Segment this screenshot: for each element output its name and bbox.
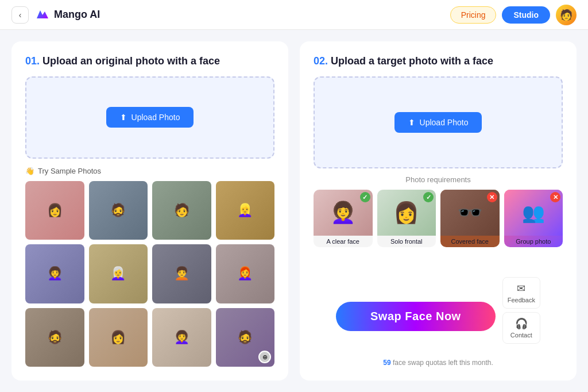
header: ‹ Mango AI Pricing Studio 🧑 <box>0 0 588 30</box>
panel2-title: 02. Upload a target photo with a face <box>314 55 563 67</box>
sample-face-2: 🧔 <box>89 181 148 240</box>
panel-upload-target: 02. Upload a target photo with a face ⬆ … <box>300 41 577 381</box>
req-group-photo: 👥 ✕ Group photo <box>504 190 563 247</box>
pricing-button[interactable]: Pricing <box>450 6 497 24</box>
main-content: 01. Upload an original photo with a face… <box>0 30 588 392</box>
sample-photo-4[interactable]: 👱‍♀️ <box>216 181 275 240</box>
sample-photo-11[interactable]: 👩‍🦱 <box>152 308 211 367</box>
upload-label-2: Upload Photo <box>420 118 469 127</box>
panel1-title-text: Upload an original photo with a face <box>42 55 220 67</box>
sample-photo-1[interactable]: 👩 <box>25 181 84 240</box>
side-actions: ✉ Feedback 🎧 Contact <box>502 277 540 355</box>
feedback-icon: ✉ <box>517 282 525 295</box>
sample-photo-grid: 👩 🧔 🧑 👱‍♀️ 👩‍🦱 👩‍🦳 🧑‍🦱 👩‍🦰 <box>25 181 274 367</box>
no-badge-2: ✕ <box>550 192 560 202</box>
ok-badge-2: ✓ <box>423 192 434 202</box>
swap-area: Swap Face Now ✉ Feedback 🎧 Contact 59 fa… <box>314 277 563 367</box>
header-left: ‹ Mango AI <box>11 6 100 24</box>
logo: Mango AI <box>34 6 100 24</box>
upload-photo-button-2[interactable]: ⬆ Upload Photo <box>394 112 482 133</box>
panel1-title: 01. Upload an original photo with a face <box>25 55 274 67</box>
sample-photo-9[interactable]: 🧔 <box>25 308 84 367</box>
no-badge-1: ✕ <box>487 192 497 202</box>
contact-icon: 🎧 <box>515 317 528 330</box>
sample-face-5: 👩‍🦱 <box>25 244 84 303</box>
sample-face-11: 👩‍🦱 <box>152 308 211 367</box>
panel1-num: 01. <box>25 55 40 67</box>
face-icon-4: 👥 <box>522 202 545 224</box>
req-photo-2: 👩 ✓ <box>377 190 436 236</box>
quota-info: 59 face swap quotas left this month. <box>383 359 493 367</box>
sample-emoji: 👋 <box>25 167 34 175</box>
panel-upload-original: 01. Upload an original photo with a face… <box>11 41 288 381</box>
sample-face-8: 👩‍🦰 <box>216 244 275 303</box>
req-clear-face: 👩‍🦱 ✓ A clear face <box>314 190 373 247</box>
face-icon-3: 🕶️ <box>457 201 483 225</box>
sample-photo-12[interactable]: 🧔 ⊕ <box>216 308 275 367</box>
back-button[interactable]: ‹ <box>11 6 29 24</box>
sample-photo-8[interactable]: 👩‍🦰 <box>216 244 275 303</box>
req-label-4: Group photo <box>504 236 563 247</box>
logo-icon <box>34 6 51 24</box>
upload-area-original[interactable]: ⬆ Upload Photo <box>25 76 274 159</box>
panel2-title-text: Upload a target photo with a face <box>331 55 493 67</box>
contact-button[interactable]: 🎧 Contact <box>502 312 540 344</box>
req-solo-frontal: 👩 ✓ Solo frontal <box>377 190 436 247</box>
upload-icon-2: ⬆ <box>408 118 415 127</box>
req-label-1: A clear face <box>314 236 373 247</box>
upload-label-1: Upload Photo <box>131 113 180 122</box>
sample-face-4: 👱‍♀️ <box>216 181 275 240</box>
requirements-label: Photo requirements <box>314 175 563 184</box>
req-label-3: Covered face <box>440 236 500 247</box>
swap-face-button[interactable]: Swap Face Now <box>336 302 496 331</box>
req-label-2: Solo frontal <box>377 236 436 247</box>
sample-photo-7[interactable]: 🧑‍🦱 <box>152 244 211 303</box>
header-right: Pricing Studio 🧑 <box>450 5 577 25</box>
quota-count: 59 <box>383 359 390 367</box>
req-covered-face: 🕶️ ✕ Covered face <box>440 190 500 247</box>
req-photo-1: 👩‍🦱 ✓ <box>314 190 373 236</box>
sample-photo-10[interactable]: 👩 <box>89 308 148 367</box>
locate-icon[interactable]: ⊕ <box>258 351 271 363</box>
upload-area-target[interactable]: ⬆ Upload Photo <box>314 76 563 168</box>
upload-photo-button-1[interactable]: ⬆ Upload Photo <box>106 107 194 128</box>
panel2-num: 02. <box>314 55 328 67</box>
upload-icon-1: ⬆ <box>120 113 127 122</box>
feedback-label: Feedback <box>508 297 535 303</box>
sample-photo-2[interactable]: 🧔 <box>89 181 148 240</box>
sample-face-9: 🧔 <box>25 308 84 367</box>
req-photo-3: 🕶️ ✕ <box>440 190 500 236</box>
face-icon-2: 👩 <box>393 201 419 225</box>
sample-face-7: 🧑‍🦱 <box>152 244 211 303</box>
sample-label-text: Try Sample Photos <box>38 167 101 175</box>
feedback-button[interactable]: ✉ Feedback <box>502 277 540 309</box>
sample-face-1: 👩 <box>25 181 84 240</box>
sample-photo-5[interactable]: 👩‍🦱 <box>25 244 84 303</box>
avatar[interactable]: 🧑 <box>556 5 577 25</box>
logo-text: Mango AI <box>54 9 100 21</box>
sample-label: 👋 Try Sample Photos <box>25 167 274 175</box>
ok-badge-1: ✓ <box>360 192 370 202</box>
sample-photo-3[interactable]: 🧑 <box>152 181 211 240</box>
requirements-grid: 👩‍🦱 ✓ A clear face 👩 ✓ Solo frontal 🕶️ ✕ <box>314 190 563 247</box>
req-photo-4: 👥 ✕ <box>504 190 563 236</box>
quota-label: face swap quotas left this month. <box>393 359 493 367</box>
sample-face-3: 🧑 <box>152 181 211 240</box>
sample-photo-6[interactable]: 👩‍🦳 <box>89 244 148 303</box>
studio-button[interactable]: Studio <box>502 6 550 24</box>
face-icon-1: 👩‍🦱 <box>330 201 356 225</box>
back-icon: ‹ <box>19 10 22 20</box>
sample-face-10: 👩 <box>89 308 148 367</box>
sample-face-6: 👩‍🦳 <box>89 244 148 303</box>
contact-label: Contact <box>510 332 532 339</box>
